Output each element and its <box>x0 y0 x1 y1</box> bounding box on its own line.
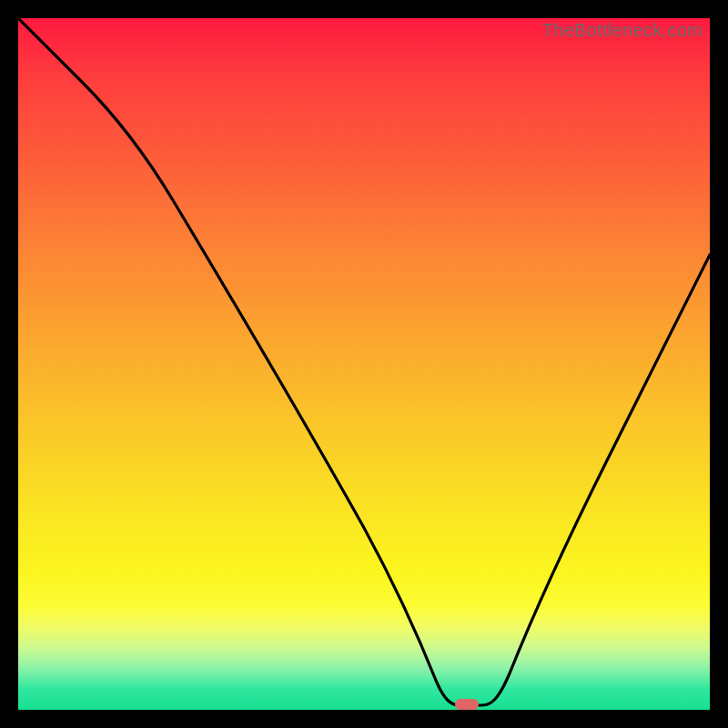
optimum-marker <box>455 699 479 710</box>
bottleneck-curve <box>18 18 710 710</box>
curve-path <box>18 18 710 705</box>
plot-area: TheBottleneck.com <box>18 18 710 710</box>
chart-frame: TheBottleneck.com <box>0 0 728 728</box>
